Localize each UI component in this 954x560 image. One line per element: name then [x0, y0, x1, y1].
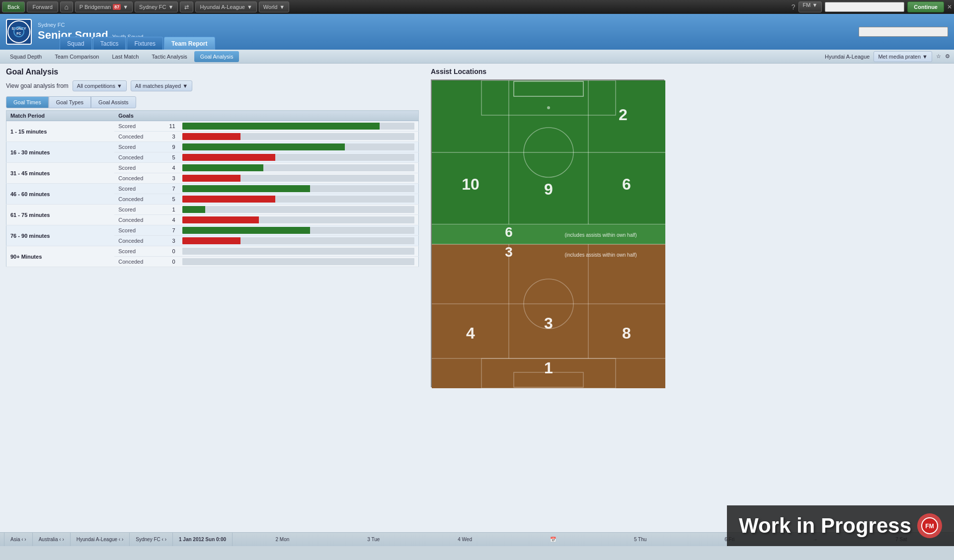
table-row: 76 - 90 minutes Scored 7	[6, 225, 419, 236]
home-button[interactable]: ⌂	[60, 1, 73, 12]
svg-text:1: 1	[544, 359, 553, 377]
scored-count: 4	[162, 163, 178, 173]
tab-team-report[interactable]: Team Report	[164, 37, 215, 50]
header-search-input[interactable]	[859, 27, 948, 37]
conceded-label: Conceded	[114, 132, 162, 142]
subnav-goal-analysis[interactable]: Goal Analysis	[194, 51, 239, 62]
conceded-label: Conceded	[114, 215, 162, 225]
day-4-wed: 4 Wed	[458, 537, 472, 542]
svg-rect-4	[432, 80, 665, 234]
wip-text: Work in Progress	[739, 514, 911, 538]
conceded-bar-cell	[178, 173, 419, 184]
club-tabs: Squad Tactics Fixtures Team Report	[60, 37, 215, 50]
competition-filter[interactable]: All competitions ▼	[73, 80, 127, 91]
filter-row: View goal analysis from All competitions…	[6, 80, 419, 91]
league-dropdown[interactable]: Hyundai A-League ▼	[195, 1, 256, 12]
tab-fixtures[interactable]: Fixtures	[127, 37, 163, 50]
search-input[interactable]	[825, 2, 904, 12]
conceded-count: 5	[162, 194, 178, 205]
scored-bar-cell	[178, 184, 419, 194]
subnav-team-comparison[interactable]: Team Comparison	[49, 51, 105, 62]
club-logo: SYDNEY FC	[6, 19, 32, 45]
period-cell: 16 - 30 minutes	[6, 142, 115, 163]
continue-button[interactable]: Continue	[907, 1, 944, 12]
calendar-icon[interactable]: 📅	[550, 537, 556, 542]
scored-bar-cell	[178, 163, 419, 173]
svg-text:10: 10	[462, 175, 479, 193]
match-filter[interactable]: All matches played ▼	[131, 80, 192, 91]
scored-label: Scored	[114, 184, 162, 194]
forward-label: Forward	[32, 4, 52, 10]
table-row: 61 - 75 minutes Scored 1	[6, 205, 419, 215]
svg-text:6: 6	[505, 224, 513, 240]
scored-label: Scored	[114, 225, 162, 236]
conceded-bar-cell	[178, 236, 419, 246]
status-asia[interactable]: Asia ‹ ›	[4, 533, 33, 546]
table-row: 31 - 45 minutes Scored 4	[6, 163, 419, 173]
subnav-last-match[interactable]: Last Match	[106, 51, 145, 62]
conceded-count: 3	[162, 132, 178, 142]
period-cell: 90+ Minutes	[6, 246, 115, 267]
conceded-label: Conceded	[114, 257, 162, 267]
transfer-icon-btn[interactable]: ⇄	[180, 1, 193, 12]
manager-label: P Bridgeman	[80, 4, 111, 10]
subnav-squad-depth[interactable]: Squad Depth	[4, 51, 48, 62]
svg-point-13	[547, 106, 550, 109]
world-dropdown[interactable]: World ▼	[259, 1, 289, 12]
help-icon[interactable]: ?	[792, 3, 795, 11]
status-league[interactable]: Hyundai A-League ‹ ›	[71, 533, 130, 546]
back-label: Back	[7, 4, 19, 10]
svg-text:3: 3	[544, 314, 553, 332]
svg-text:2: 2	[619, 106, 628, 124]
back-button[interactable]: Back	[2, 1, 25, 12]
left-panel: Goal Analysis View goal analysis from Al…	[0, 64, 425, 532]
settings-icon[interactable]: ⚙	[945, 53, 950, 60]
day-2-mon: 2 Mon	[276, 537, 290, 542]
club-name-small: Sydney FC	[38, 22, 143, 28]
period-cell: 61 - 75 minutes	[6, 205, 115, 225]
conceded-label: Conceded	[114, 152, 162, 163]
tab-goal-assists[interactable]: Goal Assists	[91, 96, 136, 108]
chevron-down-icon: ▼	[247, 4, 252, 10]
fm-dropdown[interactable]: FM ▼	[798, 1, 822, 12]
scored-count: 11	[162, 121, 178, 132]
forward-button[interactable]: Forward	[27, 1, 58, 12]
wip-logo: FM	[921, 517, 939, 535]
period-cell: 46 - 60 minutes	[6, 184, 115, 205]
table-row: 1 - 15 minutes Scored 11	[6, 121, 419, 132]
scored-label: Scored	[114, 246, 162, 257]
goal-tab-row: Goal Times Goal Types Goal Assists	[6, 96, 419, 108]
club-dropdown[interactable]: Sydney FC ▼	[135, 1, 178, 12]
scored-count: 7	[162, 184, 178, 194]
period-cell: 31 - 45 minutes	[6, 163, 115, 184]
filter-label: View goal analysis from	[6, 82, 69, 89]
subnav-tactic-analysis[interactable]: Tactic Analysis	[146, 51, 193, 62]
period-cell: 1 - 15 minutes	[6, 121, 115, 142]
manager-dropdown[interactable]: P Bridgeman 87 ▼	[75, 1, 133, 12]
svg-text:6: 6	[622, 175, 631, 193]
svg-text:9: 9	[544, 180, 553, 198]
svg-text:(includes assists within own h: (includes assists within own half)	[564, 232, 636, 238]
col-goals: Goals	[114, 111, 418, 121]
conceded-count: 3	[162, 173, 178, 184]
tab-goal-times[interactable]: Goal Times	[6, 96, 49, 108]
conceded-label: Conceded	[114, 173, 162, 184]
status-australia[interactable]: Australia ‹ ›	[33, 533, 71, 546]
svg-text:FC: FC	[16, 32, 21, 35]
status-club[interactable]: Sydney FC ‹ ›	[130, 533, 173, 546]
minimize-icon[interactable]: ✕	[947, 3, 952, 10]
day-3-tue: 3 Tue	[367, 537, 380, 542]
table-row: 90+ Minutes Scored 0	[6, 246, 419, 257]
world-label: World	[263, 4, 278, 10]
tab-goal-types[interactable]: Goal Types	[49, 96, 91, 108]
star-icon[interactable]: ☆	[936, 53, 941, 60]
media-action-dropdown[interactable]: Met media praten ▼	[874, 51, 932, 62]
table-row: 16 - 30 minutes Scored 9	[6, 142, 419, 152]
tab-tactics[interactable]: Tactics	[93, 37, 126, 50]
tab-squad[interactable]: Squad	[60, 37, 92, 50]
svg-text:(includes assists within own h: (includes assists within own half)	[564, 252, 636, 258]
svg-text:3: 3	[505, 244, 513, 260]
scored-bar-cell	[178, 142, 419, 152]
scored-count: 9	[162, 142, 178, 152]
pitch-container: 2 10 9 6 6 (includes assists within own …	[431, 79, 664, 387]
